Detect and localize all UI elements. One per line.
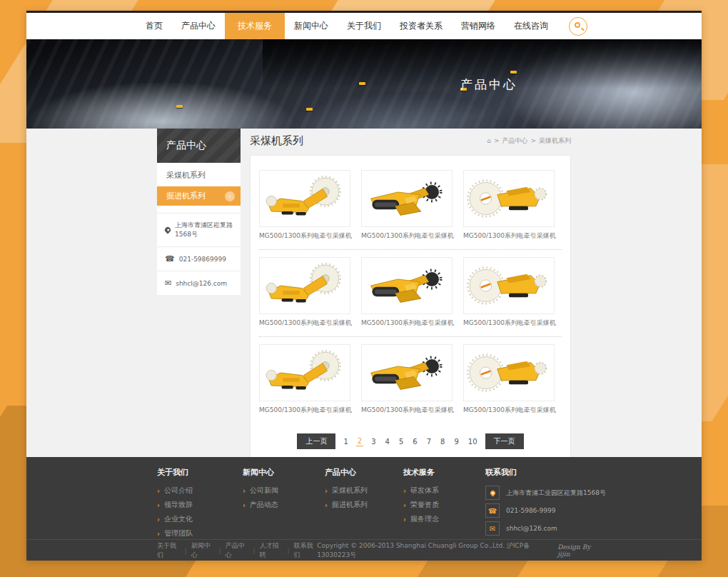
- product-card[interactable]: MG500/1300系列电牵引采煤机: [259, 257, 350, 328]
- nav-item-home[interactable]: 首页: [136, 13, 172, 39]
- sidebar-contact: 上海市青浦区崧复路1568号 ☎ 021-59869999 ✉ shhcl@12…: [157, 213, 241, 295]
- product-card[interactable]: MG500/1300系列电牵引采煤机: [463, 257, 555, 328]
- bottom-link-jobs[interactable]: 人才招聘: [260, 541, 283, 560]
- search-button[interactable]: [569, 17, 587, 36]
- footer-column-about: 关于我们 ›公司介绍 ›领导致辞 ›企业文化 ›管理团队: [157, 467, 243, 539]
- bullet-icon: ›: [157, 501, 160, 509]
- bottom-link-about[interactable]: 关于我们: [157, 541, 181, 560]
- nav-item-news[interactable]: 新闻中心: [285, 13, 338, 39]
- product-image-roadheader-drum: [361, 170, 453, 227]
- pagination-page-10[interactable]: 10: [467, 437, 479, 446]
- product-card[interactable]: MG500/1300系列电牵引采煤机: [259, 344, 350, 415]
- bottom-link-news[interactable]: 新闻中心: [191, 541, 215, 560]
- product-row: MG500/1300系列电牵引采煤机 MG500/1300系列电牵引采煤机 MG…: [259, 163, 562, 250]
- main-navigation: 首页 产品中心 技术服务 新闻中心 关于我们 投资者关系 营销网络 在线咨询: [26, 13, 702, 39]
- nav-item-products[interactable]: 产品中心: [172, 13, 225, 39]
- footer-column-title: 联系我们: [485, 467, 702, 478]
- footer-link-roadheader-series[interactable]: ›掘进机系列: [325, 500, 403, 510]
- phone-text: 021-59869999: [179, 256, 226, 263]
- home-icon[interactable]: ⌂: [487, 137, 491, 144]
- nav-item-online-consult[interactable]: 在线咨询: [505, 13, 557, 39]
- nav-item-about[interactable]: 关于我们: [338, 13, 390, 39]
- footer-link-honors[interactable]: ›荣誉资质: [403, 500, 485, 510]
- product-card[interactable]: MG500/1300系列电牵引采煤机: [259, 170, 350, 241]
- main-column: 采煤机系列 ⌂ > 产品中心 > 采煤机系列 MG500/1300系列电牵引采煤…: [250, 129, 571, 457]
- pagination-page-4[interactable]: 4: [384, 437, 391, 446]
- bullet-icon: ›: [157, 530, 160, 538]
- page-canvas: 首页 产品中心 技术服务 新闻中心 关于我们 投资者关系 营销网络 在线咨询 产…: [26, 11, 702, 561]
- footer-column-title: 技术服务: [403, 467, 485, 478]
- pagination-page-1[interactable]: 1: [342, 437, 349, 446]
- product-name[interactable]: MG500/1300系列电牵引采煤机: [361, 318, 453, 328]
- pagination-page-6[interactable]: 6: [411, 437, 418, 446]
- design-credit: Design By jijin: [557, 543, 602, 558]
- nav-item-investor[interactable]: 投资者关系: [390, 13, 452, 39]
- address-text: 上海市青浦区崧复路1568号: [175, 221, 235, 239]
- footer-email: ✉ shhcl@126.com: [485, 521, 702, 536]
- bullet-icon: ›: [243, 487, 246, 495]
- product-card[interactable]: MG500/1300系列电牵引采煤机: [463, 344, 555, 415]
- sidebar-item-roadheader-series[interactable]: 掘进机系列 ›: [157, 186, 241, 206]
- bottom-link-products[interactable]: 产品中心: [226, 541, 249, 560]
- phone-text: 021-5986-9999: [506, 507, 555, 514]
- footer-link-culture[interactable]: ›企业文化: [157, 514, 243, 524]
- nav-item-tech-service[interactable]: 技术服务: [225, 13, 285, 39]
- product-name[interactable]: MG500/1300系列电牵引采煤机: [463, 406, 555, 415]
- product-name[interactable]: MG500/1300系列电牵引采煤机: [361, 406, 453, 415]
- product-name[interactable]: MG500/1300系列电牵引采煤机: [259, 318, 350, 328]
- footer-link-leader-speech[interactable]: ›领导致辞: [157, 500, 243, 510]
- sidebar-address: 上海市青浦区崧复路1568号: [157, 214, 241, 247]
- product-name[interactable]: MG500/1300系列电牵引采煤机: [463, 318, 555, 328]
- footer-link-label: 企业文化: [164, 514, 193, 524]
- product-image-shearer-wheel: [463, 344, 555, 401]
- bullet-icon: ›: [403, 487, 406, 495]
- footer-link-product-news[interactable]: ›产品动态: [243, 500, 325, 510]
- footer-column-title: 新闻中心: [243, 467, 325, 478]
- bullet-icon: ›: [325, 501, 328, 509]
- separator: |: [219, 547, 221, 554]
- product-image-shearer-disc: [259, 170, 350, 227]
- footer-link-company-intro[interactable]: ›公司介绍: [157, 486, 243, 496]
- copyright-area: Copyright © 2006-2013 Shanghai Chuangli …: [317, 541, 602, 560]
- footer-link-service-concept[interactable]: ›服务理念: [403, 514, 485, 524]
- sidebar: 产品中心 采煤机系列 掘进机系列 › 上海市青浦区崧复路1568号 ☎ 021-…: [157, 129, 241, 295]
- pagination-page-7[interactable]: 7: [425, 437, 433, 446]
- product-card[interactable]: MG500/1300系列电牵引采煤机: [361, 170, 453, 241]
- product-card[interactable]: MG500/1300系列电牵引采煤机: [361, 257, 453, 328]
- product-image-shearer-disc: [259, 344, 350, 401]
- footer-link-rd-system[interactable]: ›研发体系: [403, 486, 485, 496]
- breadcrumb-sep: >: [494, 137, 500, 144]
- email-icon: ✉: [485, 521, 500, 536]
- pagination-page-3[interactable]: 3: [370, 437, 377, 446]
- pagination: 上一页 1 2 3 4 5 6 7 8 9 10 下一页: [259, 433, 562, 449]
- footer-link-team[interactable]: ›管理团队: [157, 528, 243, 538]
- pagination-page-9[interactable]: 9: [453, 437, 460, 446]
- sidebar-email: ✉ shhcl@126.com: [157, 271, 241, 295]
- breadcrumb-products[interactable]: 产品中心: [502, 136, 527, 146]
- footer-link-shearer-series[interactable]: ›采煤机系列: [325, 486, 403, 496]
- address-text: 上海市青浦工业园区崧复路1568号: [506, 488, 606, 498]
- location-pin-icon: [485, 486, 500, 500]
- pagination-next-button[interactable]: 下一页: [485, 433, 524, 449]
- product-card[interactable]: MG500/1300系列电牵引采煤机: [463, 170, 555, 241]
- product-name[interactable]: MG500/1300系列电牵引采煤机: [259, 231, 350, 241]
- nav-item-marketing[interactable]: 营销网络: [452, 13, 505, 39]
- product-image-shearer-disc: [259, 257, 350, 314]
- product-card[interactable]: MG500/1300系列电牵引采煤机: [361, 344, 453, 415]
- footer-link-company-news[interactable]: ›公司新闻: [243, 486, 325, 496]
- product-image-roadheader-drum: [361, 257, 453, 314]
- product-name[interactable]: MG500/1300系列电牵引采煤机: [463, 231, 555, 241]
- sidebar-item-shearer-series[interactable]: 采煤机系列: [157, 163, 241, 186]
- footer-link-label: 管理团队: [164, 528, 193, 538]
- content-area: 产品中心 采煤机系列 掘进机系列 › 上海市青浦区崧复路1568号 ☎ 021-…: [26, 129, 702, 457]
- pagination-page-5[interactable]: 5: [398, 437, 405, 446]
- pagination-page-8[interactable]: 8: [439, 437, 446, 446]
- pagination-page-2-current[interactable]: 2: [356, 436, 363, 446]
- pagination-prev-button[interactable]: 上一页: [297, 433, 335, 449]
- product-name[interactable]: MG500/1300系列电牵引采煤机: [361, 231, 453, 241]
- footer-column-tech: 技术服务 ›研发体系 ›荣誉资质 ›服务理念: [403, 467, 485, 539]
- breadcrumb-sep: >: [530, 137, 536, 144]
- bottom-link-contact[interactable]: 联系我们: [294, 541, 318, 560]
- separator: |: [287, 547, 289, 554]
- product-name[interactable]: MG500/1300系列电牵引采煤机: [259, 406, 350, 415]
